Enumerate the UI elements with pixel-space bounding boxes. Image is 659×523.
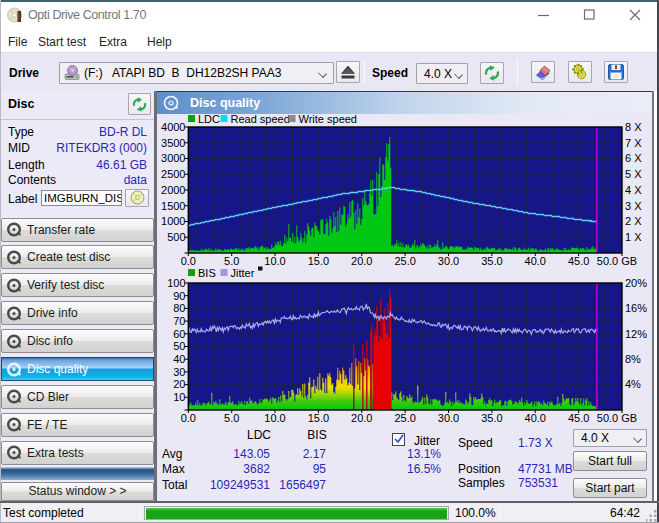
svg-text:Jitter: Jitter <box>231 267 255 279</box>
svg-text:70: 70 <box>173 315 185 327</box>
svg-text:80: 80 <box>173 302 185 314</box>
svg-text:12%: 12% <box>625 328 647 340</box>
svg-text:5.0: 5.0 <box>224 412 239 424</box>
svg-text:30.0: 30.0 <box>438 255 459 267</box>
svg-text:8%: 8% <box>625 353 641 365</box>
svg-text:35.0: 35.0 <box>481 412 502 424</box>
svg-text:4000: 4000 <box>161 121 185 133</box>
svg-text:7 X: 7 X <box>625 137 642 149</box>
svg-text:1 X: 1 X <box>625 231 642 243</box>
svg-text:10.0: 10.0 <box>264 412 285 424</box>
svg-text:500: 500 <box>167 231 185 243</box>
svg-text:60: 60 <box>173 328 185 340</box>
svg-text:0.0: 0.0 <box>181 412 196 424</box>
svg-text:1000: 1000 <box>161 215 185 227</box>
svg-text:90: 90 <box>173 290 185 302</box>
svg-text:5.0: 5.0 <box>224 255 239 267</box>
svg-text:3500: 3500 <box>161 137 185 149</box>
svg-text:4%: 4% <box>625 378 641 390</box>
svg-text:40.0: 40.0 <box>525 412 546 424</box>
svg-text:LDC: LDC <box>198 114 220 125</box>
svg-text:25.0: 25.0 <box>394 255 415 267</box>
svg-text:20%: 20% <box>625 277 647 289</box>
svg-text:10.0: 10.0 <box>264 255 285 267</box>
svg-text:20.0: 20.0 <box>351 255 372 267</box>
svg-text:35.0: 35.0 <box>481 255 502 267</box>
svg-text:4 X: 4 X <box>625 184 642 196</box>
svg-text:25.0: 25.0 <box>394 412 415 424</box>
svg-text:100: 100 <box>167 277 185 289</box>
svg-text:3000: 3000 <box>161 152 185 164</box>
svg-text:30.0: 30.0 <box>438 412 459 424</box>
svg-text:BIS: BIS <box>198 267 216 279</box>
svg-text:20.0: 20.0 <box>351 412 372 424</box>
svg-text:5 X: 5 X <box>625 168 642 180</box>
svg-text:8 X: 8 X <box>625 121 642 133</box>
svg-text:10: 10 <box>173 391 185 403</box>
svg-text:16%: 16% <box>625 302 647 314</box>
svg-text:15.0: 15.0 <box>308 255 329 267</box>
svg-text:45.0: 45.0 <box>568 412 589 424</box>
svg-text:2000: 2000 <box>161 184 185 196</box>
svg-text:20: 20 <box>173 378 185 390</box>
svg-text:2 X: 2 X <box>625 215 642 227</box>
svg-text:1500: 1500 <box>161 200 185 212</box>
svg-text:2500: 2500 <box>161 168 185 180</box>
svg-text:6 X: 6 X <box>625 152 642 164</box>
svg-text:40.0: 40.0 <box>525 255 546 267</box>
svg-text:50.0 GB: 50.0 GB <box>597 412 637 424</box>
svg-text:40: 40 <box>173 353 185 365</box>
svg-text:0.0: 0.0 <box>181 255 196 267</box>
svg-text:Read speed: Read speed <box>231 114 290 125</box>
svg-text:15.0: 15.0 <box>308 412 329 424</box>
svg-text:Write speed: Write speed <box>299 114 358 125</box>
svg-text:3 X: 3 X <box>625 200 642 212</box>
svg-text:50.0 GB: 50.0 GB <box>597 255 637 267</box>
svg-text:30: 30 <box>173 366 185 378</box>
svg-text:45.0: 45.0 <box>568 255 589 267</box>
svg-text:50: 50 <box>173 340 185 352</box>
